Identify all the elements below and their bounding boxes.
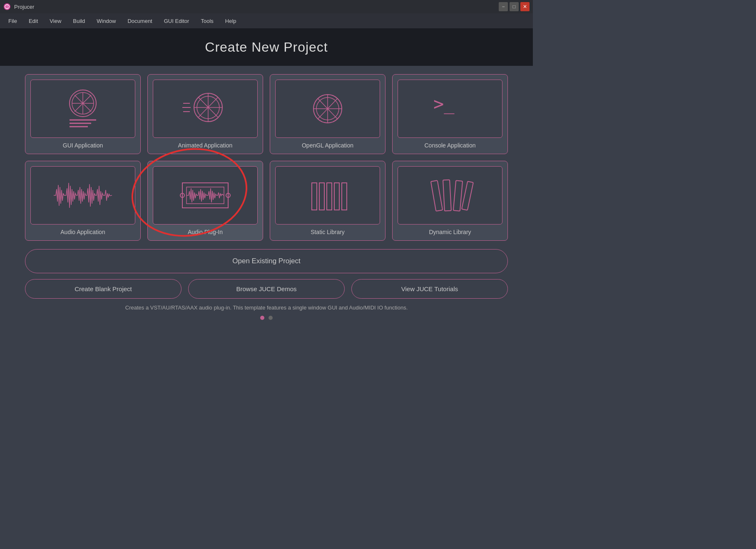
view-tutorials-button[interactable]: View JUCE Tutorials [351, 279, 508, 299]
description-text: Creates a VST/AU/RTAS/AAX audio plug-in.… [25, 304, 508, 311]
project-card-dynamic-library[interactable]: Dynamic Library [392, 161, 508, 241]
card-label-opengl: OpenGL Application [302, 142, 353, 149]
card-label-console: Console Application [425, 142, 476, 149]
svg-rect-37 [431, 180, 443, 211]
card-icon-plugin [153, 166, 258, 225]
browse-demos-button[interactable]: Browse JUCE Demos [188, 279, 345, 299]
svg-rect-39 [453, 180, 463, 211]
svg-rect-38 [443, 180, 451, 211]
card-label-animated: Animated Application [178, 142, 233, 149]
menu-tools[interactable]: Tools [196, 16, 218, 26]
card-icon-console: >_ [398, 80, 502, 138]
svg-rect-34 [327, 183, 332, 210]
menubar: File Edit View Build Window Document GUI… [0, 13, 533, 28]
project-card-static-library[interactable]: Static Library [270, 161, 385, 241]
project-card-audio-plugin[interactable]: Audio Plug-In [147, 161, 263, 241]
svg-text:>_: >_ [433, 94, 455, 114]
menu-build[interactable]: Build [68, 16, 90, 26]
project-card-gui-application[interactable]: GUI Application [25, 74, 141, 154]
menu-view[interactable]: View [45, 16, 66, 26]
close-button[interactable]: ✕ [520, 2, 530, 11]
menu-gui-editor[interactable]: GUI Editor [159, 16, 194, 26]
titlebar: Projucer − □ ✕ [0, 0, 533, 13]
create-blank-button[interactable]: Create Blank Project [25, 279, 182, 299]
app-icon [3, 3, 11, 10]
card-icon-gui [30, 80, 135, 138]
card-label-dynamic: Dynamic Library [429, 229, 471, 235]
page-dot-1[interactable] [260, 316, 264, 320]
maximize-button[interactable]: □ [510, 2, 519, 11]
card-icon-opengl [275, 80, 380, 138]
project-type-grid: GUI Application Animated [25, 74, 508, 241]
card-icon-animated [153, 80, 258, 138]
bottom-buttons-row: Create Blank Project Browse JUCE Demos V… [25, 279, 508, 299]
svg-rect-36 [342, 183, 347, 210]
project-card-opengl-application[interactable]: OpenGL Application [270, 74, 385, 154]
menu-file[interactable]: File [3, 16, 22, 26]
project-card-audio-application[interactable]: Audio Application [25, 161, 141, 241]
card-icon-dynamic [398, 166, 502, 225]
card-label-audio: Audio Application [60, 229, 105, 235]
card-label-gui: GUI Application [63, 142, 103, 149]
open-existing-button[interactable]: Open Existing Project [25, 249, 508, 273]
card-icon-audio [30, 166, 135, 225]
menu-edit[interactable]: Edit [24, 16, 43, 26]
minimize-button[interactable]: − [499, 2, 508, 11]
svg-rect-33 [319, 183, 324, 210]
svg-rect-32 [312, 183, 317, 210]
card-label-plugin: Audio Plug-In [188, 229, 223, 235]
card-icon-static [275, 166, 380, 225]
project-card-animated-application[interactable]: Animated Application [147, 74, 263, 154]
menu-document[interactable]: Document [122, 16, 157, 26]
page-header: Create New Project [0, 28, 533, 66]
page-dot-2[interactable] [269, 316, 273, 320]
project-card-console-application[interactable]: >_ Console Application [392, 74, 508, 154]
main-content: GUI Application Animated [0, 66, 533, 327]
svg-rect-40 [462, 181, 473, 210]
page-title: Create New Project [205, 40, 328, 55]
svg-rect-35 [334, 183, 339, 210]
app-title: Projucer [14, 4, 34, 10]
pagination [25, 316, 508, 320]
titlebar-left: Projucer [3, 3, 34, 10]
card-label-static: Static Library [311, 229, 345, 235]
menu-window[interactable]: Window [92, 16, 121, 26]
menu-help[interactable]: Help [220, 16, 241, 26]
window-controls: − □ ✕ [499, 2, 530, 11]
